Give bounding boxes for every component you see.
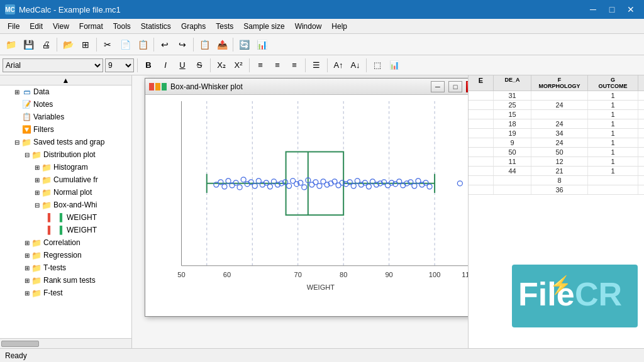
menu-graphs[interactable]: Graphs — [176, 21, 211, 32]
cell-dea[interactable]: 25 — [494, 101, 531, 109]
format-extra1-button[interactable]: ⬚ — [370, 58, 385, 72]
align-center-button[interactable]: ≡ — [270, 58, 285, 72]
sidebar-item-ttests[interactable]: ⊞ 📁 T-tests — [0, 261, 131, 274]
cell-e[interactable] — [469, 101, 494, 109]
expand-icon[interactable]: ⊞ — [33, 163, 42, 172]
open-button[interactable]: 📂 — [60, 36, 76, 53]
cell-f[interactable] — [531, 91, 588, 100]
sidebar-item-regression[interactable]: ⊞ 📁 Regression — [0, 249, 131, 261]
maximize-button[interactable]: □ — [604, 3, 620, 16]
undo-button[interactable]: ↩ — [157, 36, 173, 53]
sidebar-item-normalplot[interactable]: ⊞ 📁 Normal plot — [0, 186, 131, 199]
cell-dea[interactable]: 18 — [494, 119, 531, 128]
cell-e[interactable] — [469, 110, 494, 119]
cell-g[interactable]: 1 — [588, 167, 638, 175]
cell-f[interactable]: 36 — [531, 185, 588, 194]
sidebar-item-ranksum[interactable]: ⊞ 📁 Rank sum tests — [0, 274, 131, 287]
expand-icon[interactable]: ⊞ — [23, 251, 31, 260]
title-controls[interactable]: ─ □ ✕ — [585, 3, 639, 16]
cell-e[interactable] — [469, 167, 494, 175]
menu-format[interactable]: Format — [74, 21, 108, 32]
expand-icon[interactable]: ⊞ — [33, 175, 42, 184]
font-select[interactable]: Arial — [3, 58, 103, 72]
print-button[interactable]: 🖨 — [38, 36, 54, 53]
sidebar-scrollbar[interactable] — [0, 338, 131, 348]
menu-file[interactable]: File — [3, 21, 25, 32]
minimize-button[interactable]: ─ — [585, 3, 601, 16]
sidebar-item-data[interactable]: ⊞ 🗃 Data — [0, 85, 131, 98]
cell-dea[interactable]: 11 — [494, 157, 531, 166]
subscript-button[interactable]: X₂ — [214, 58, 229, 72]
italic-button[interactable]: I — [158, 58, 173, 72]
font-size-select[interactable]: 9 10 12 — [105, 58, 134, 72]
cell-g[interactable] — [588, 185, 638, 194]
cell-g[interactable]: 1 — [588, 101, 638, 109]
expand-icon[interactable]: ⊞ — [23, 276, 31, 285]
export1-button[interactable]: 📋 — [196, 36, 213, 53]
bold-button[interactable]: B — [141, 58, 156, 72]
expand-icon[interactable]: ⊞ — [33, 188, 42, 197]
expand-icon[interactable] — [13, 125, 21, 134]
cell-e[interactable] — [469, 119, 494, 128]
scroll-up-button[interactable]: ▲ — [0, 75, 131, 85]
cell-g[interactable]: 1 — [588, 148, 638, 156]
menu-help[interactable]: Help — [326, 21, 352, 32]
cell-e[interactable] — [469, 91, 494, 100]
plot-minimize-button[interactable]: ─ — [431, 81, 445, 92]
sidebar-item-weight2[interactable]: ▐ ▐ WEIGHT — [0, 224, 131, 236]
format-extra2-button[interactable]: 📊 — [387, 58, 402, 72]
col-header-de_a[interactable]: DE_A — [494, 75, 531, 90]
cell-g[interactable]: 1 — [588, 119, 638, 128]
cell-f[interactable]: 24 — [531, 138, 588, 147]
cell-g[interactable]: 1 — [588, 138, 638, 147]
cell-f[interactable]: 12 — [531, 157, 588, 166]
expand-icon[interactable]: ⊞ — [13, 87, 21, 96]
sidebar-item-weight1[interactable]: ▐ ▐ WEIGHT — [0, 211, 131, 224]
expand-icon[interactable] — [13, 100, 21, 109]
sidebar-item-correlation[interactable]: ⊞ 📁 Correlation — [0, 236, 131, 249]
menu-tools[interactable]: Tools — [108, 21, 136, 32]
cell-e[interactable] — [469, 138, 494, 147]
col-header-e[interactable]: E — [469, 75, 494, 90]
font-grow-button[interactable]: A↑ — [331, 58, 346, 72]
cell-g[interactable]: 1 — [588, 129, 638, 138]
menu-samplesize[interactable]: Sample size — [238, 21, 289, 32]
expand-icon[interactable]: ⊟ — [33, 200, 42, 209]
expand-icon[interactable]: ⊞ — [23, 288, 31, 297]
menu-view[interactable]: View — [48, 21, 74, 32]
cell-g[interactable]: 1 — [588, 157, 638, 166]
sidebar-item-ftest[interactable]: ⊞ 📁 F-test — [0, 287, 131, 299]
cell-e[interactable] — [469, 129, 494, 138]
menu-statistics[interactable]: Statistics — [136, 21, 176, 32]
cell-dea[interactable]: 44 — [494, 167, 531, 175]
sidebar-item-filters[interactable]: 🔽 Filters — [0, 123, 131, 136]
align-left-button[interactable]: ≡ — [253, 58, 268, 72]
cell-dea[interactable]: 19 — [494, 129, 531, 138]
cell-e[interactable] — [469, 157, 494, 166]
expand-icon[interactable]: ⊟ — [13, 138, 21, 146]
superscript-button[interactable]: X² — [231, 58, 246, 72]
sidebar-item-cumulative[interactable]: ⊞ 📁 Cumulative fr — [0, 173, 131, 186]
cut-button[interactable]: ✂ — [99, 36, 116, 53]
cell-dea[interactable]: 31 — [494, 91, 531, 100]
cell-f[interactable]: 21 — [531, 167, 588, 175]
cell-dea[interactable] — [494, 176, 531, 185]
cell-f[interactable] — [531, 110, 588, 119]
cell-dea[interactable]: 15 — [494, 110, 531, 119]
cell-f[interactable]: 34 — [531, 129, 588, 138]
export2-button[interactable]: 📤 — [214, 36, 230, 53]
cell-e[interactable] — [469, 185, 494, 194]
sidebar-item-dist[interactable]: ⊟ 📁 Distribution plot — [0, 148, 131, 161]
extra1-button[interactable]: 🔄 — [236, 36, 252, 53]
cell-f[interactable]: 24 — [531, 119, 588, 128]
redo-button[interactable]: ↪ — [174, 36, 191, 53]
copy-button[interactable]: 📄 — [117, 36, 133, 53]
cell-dea[interactable]: 50 — [494, 148, 531, 156]
cell-g[interactable]: 1 — [588, 91, 638, 100]
plot-restore-button[interactable]: □ — [448, 81, 462, 92]
close-button[interactable]: ✕ — [623, 3, 639, 16]
expand-icon[interactable] — [13, 112, 21, 121]
col-header-f[interactable]: FMORPHOLOGY — [531, 75, 588, 90]
sidebar-item-notes[interactable]: 📝 Notes — [0, 98, 131, 111]
menu-edit[interactable]: Edit — [25, 21, 48, 32]
